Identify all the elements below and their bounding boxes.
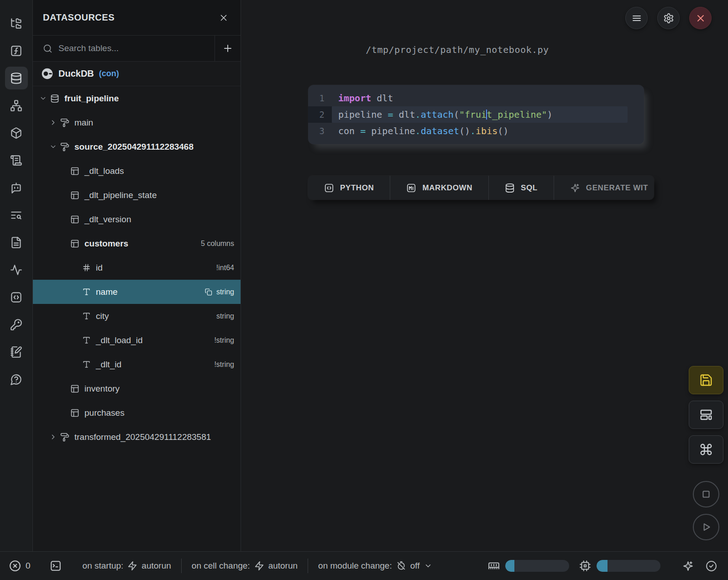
divider [181, 559, 182, 573]
chevron-right-icon[interactable] [49, 119, 60, 126]
shutdown-button[interactable] [689, 7, 712, 29]
tree-row-fruit_pipeline[interactable]: fruit_pipeline [33, 86, 241, 110]
column-type: 5 columns [201, 240, 234, 248]
cell-action-panel [689, 366, 723, 540]
token-function: attach [421, 109, 454, 120]
error-indicator[interactable]: 0 [9, 560, 31, 572]
tree-item-meta: string [212, 312, 234, 320]
settings-button[interactable] [657, 7, 680, 29]
menu-button[interactable] [625, 7, 648, 29]
close-icon [695, 13, 706, 24]
statusbar-label: on startup: [83, 561, 124, 571]
chevron-down-icon[interactable] [49, 143, 60, 151]
rail-item-file-explorer[interactable] [5, 12, 28, 35]
code-square-icon [10, 291, 22, 303]
activity-icon [10, 264, 22, 276]
tree-item-label: transformed_202504291112283581 [74, 432, 211, 442]
tree-row-inventory[interactable]: inventory [33, 376, 241, 401]
chevron-right-icon[interactable] [49, 433, 60, 441]
add-datasource-button[interactable] [215, 36, 241, 61]
tree-item-label: _dlt_id [96, 360, 121, 370]
status-bar: 0on startup:autorunon cell change:autoru… [0, 551, 728, 580]
tree-row-_dlt_load_id[interactable]: _dlt_load_id!string [33, 328, 241, 352]
tree-row-_dlt_loads[interactable]: _dlt_loads [33, 159, 241, 183]
rail-item-datasources[interactable] [5, 67, 28, 89]
gear-icon [663, 13, 674, 24]
tree-row-transformed_202504291112283581[interactable]: transformed_202504291112283581 [33, 425, 241, 449]
add-markdown-button[interactable]: MARKDOWN [390, 176, 489, 200]
tree-item-label: source_202504291112283468 [74, 142, 194, 152]
search-input[interactable] [58, 43, 215, 53]
tree-item-label: id [96, 263, 103, 273]
token-plain: () [498, 125, 508, 136]
cpu-usage-fill [597, 560, 608, 572]
tree-row-main[interactable]: main [33, 110, 241, 135]
terminal-icon [50, 560, 62, 572]
copy-icon[interactable] [204, 288, 212, 296]
chevron-down-icon[interactable] [39, 94, 50, 102]
code-content: con = pipeline.dataset().ibis() [332, 123, 644, 139]
statusbar-on-startup[interactable]: on startup:autorun [83, 561, 171, 571]
terminal-button[interactable] [50, 560, 62, 572]
statusbar-on-cell-change[interactable]: on cell change:autorun [192, 561, 298, 571]
rail-item-dependencies[interactable] [5, 94, 28, 117]
connection-row[interactable]: DuckDB (con) [33, 62, 241, 86]
tree-row-source_202504291112283468[interactable]: source_202504291112283468 [33, 135, 241, 159]
rail-item-scratchpad-scroll[interactable] [5, 149, 28, 172]
statusbar-on-module-change[interactable]: on module change:off [318, 561, 432, 571]
code-line-2[interactable]: 2pipeline = dlt.attach("fruit_pipeline") [308, 106, 644, 123]
rail-item-help[interactable] [5, 368, 28, 391]
code-line-3[interactable]: 3con = pipeline.dataset().ibis() [308, 123, 644, 139]
tree-row-purchases[interactable]: purchases [33, 401, 241, 425]
circle-x-icon [9, 560, 21, 572]
generate-with-ai-button[interactable]: GENERATE WIT [554, 176, 654, 200]
connection-ok-button[interactable] [706, 560, 717, 572]
run-button[interactable] [693, 514, 719, 540]
rail-item-snippets[interactable] [5, 286, 28, 308]
add-python-button[interactable]: PYTHON [308, 176, 390, 200]
layout-button[interactable] [689, 401, 723, 429]
rail-item-variables[interactable] [5, 39, 28, 62]
play-icon [700, 521, 712, 533]
rail-item-logs[interactable] [5, 204, 28, 226]
ai-assist-button[interactable] [682, 560, 694, 572]
code-line-1[interactable]: 1import dlt [308, 90, 644, 106]
tree-row-city[interactable]: citystring [33, 304, 241, 328]
tree-row-_dlt_pipeline_state[interactable]: _dlt_pipeline_state [33, 183, 241, 207]
save-button[interactable] [689, 366, 723, 394]
database-icon [505, 183, 515, 193]
rail-item-secrets[interactable] [5, 313, 28, 336]
panel-close-button[interactable] [219, 13, 229, 23]
key-icon [10, 319, 22, 331]
tree-row-id[interactable]: id!int64 [33, 256, 241, 280]
cpu-usage-bar[interactable] [597, 560, 660, 572]
connection-variable: (con) [99, 69, 119, 78]
tree-item-label: _dlt_loads [84, 166, 124, 176]
keyboard-shortcuts-button[interactable] [689, 435, 723, 464]
add-cell-button-group: PYTHONMARKDOWNSQLGENERATE WIT [308, 176, 654, 200]
tree-row-customers[interactable]: customers5 columns [33, 231, 241, 256]
rail-item-ai-chat[interactable] [5, 176, 28, 199]
timer-off-icon [396, 561, 406, 571]
tree-item-label: customers [84, 239, 128, 249]
search-row [33, 36, 241, 62]
memory-usage-bar[interactable] [505, 560, 569, 572]
tree-item-meta: !string [209, 361, 234, 369]
tree-row-name[interactable]: namestring [33, 280, 241, 304]
token-plain: pipeline [366, 125, 415, 136]
code-content: pipeline = dlt.attach("fruit_pipeline") [332, 106, 628, 123]
rail-item-packages[interactable] [5, 121, 28, 144]
tree-row-_dlt_id[interactable]: _dlt_id!string [33, 352, 241, 376]
add-sql-button[interactable]: SQL [489, 176, 554, 200]
rail-item-scratchpad[interactable] [5, 340, 28, 363]
token-string: t_pipeline" [487, 109, 547, 120]
stop-button[interactable] [693, 481, 719, 507]
resource-memory [488, 560, 569, 572]
tree-row-_dlt_version[interactable]: _dlt_version [33, 207, 241, 231]
tree-item-meta: string [200, 288, 234, 296]
table-icon [70, 167, 79, 176]
rail-item-tracing[interactable] [5, 258, 28, 281]
code-cell[interactable]: 1import dlt2pipeline = dlt.attach("fruit… [308, 85, 644, 144]
table-icon [70, 384, 79, 393]
rail-item-documentation[interactable] [5, 231, 28, 254]
